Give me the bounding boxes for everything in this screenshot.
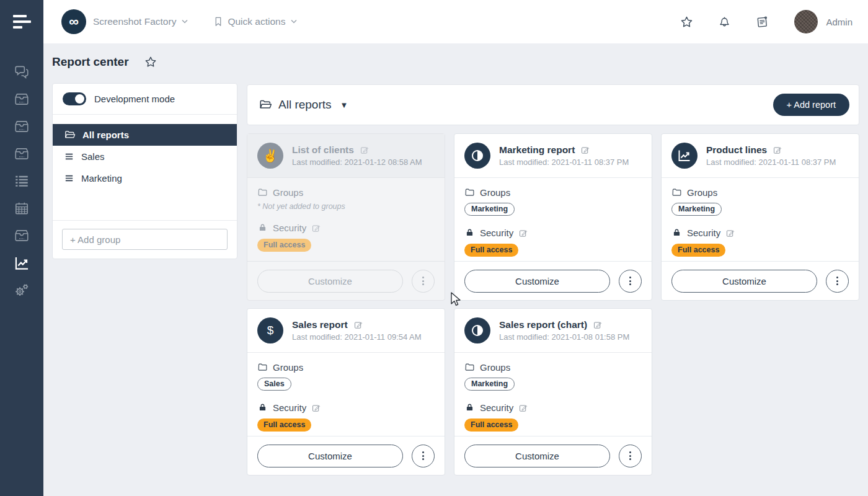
card-footer: Customize xyxy=(247,436,445,475)
list-icon xyxy=(14,173,30,189)
folder-icon xyxy=(257,362,268,373)
edit-title-button[interactable] xyxy=(580,145,590,155)
edit-title-button[interactable] xyxy=(773,145,782,155)
group-item-marketing[interactable]: Marketing xyxy=(53,167,237,189)
sidebar-item-inbox-1[interactable] xyxy=(0,86,43,113)
report-card: Sales report (chart) Last modified: 2021… xyxy=(454,308,652,476)
folder-icon xyxy=(257,187,268,198)
groups-row: Groups xyxy=(464,187,642,198)
card-menu-button[interactable] xyxy=(619,445,642,467)
card-menu-button[interactable] xyxy=(619,270,642,293)
notifications-button[interactable] xyxy=(717,15,732,29)
menu-toggle-button[interactable] xyxy=(0,0,43,43)
edit-security-button[interactable] xyxy=(518,403,528,413)
card-header: $ Sales report Last modified: 2021-01-11… xyxy=(247,309,445,353)
edit-title-button[interactable] xyxy=(353,320,363,330)
card-footer: Customize xyxy=(662,261,859,300)
kebab-icon xyxy=(422,451,424,453)
group-item-sales[interactable]: Sales xyxy=(53,146,237,167)
folder-open-icon xyxy=(64,129,76,141)
inbox-icon xyxy=(14,146,30,162)
group-item-all-reports[interactable]: All reports xyxy=(53,124,237,146)
edit-security-button[interactable] xyxy=(518,228,528,238)
last-modified: Last modified: 2021-01-12 08:58 AM xyxy=(292,157,422,167)
topbar-actions: Admin xyxy=(680,10,852,33)
report-title: Product lines xyxy=(706,144,767,156)
card-menu-button[interactable] xyxy=(826,270,849,293)
group-badge: Sales xyxy=(257,378,291,391)
edit-icon xyxy=(773,145,782,155)
lock-icon xyxy=(257,223,268,233)
security-row: Security xyxy=(464,228,642,238)
groups-note: * Not yet added to groups xyxy=(257,202,435,211)
sidebar-item-chat[interactable] xyxy=(0,58,43,86)
groups-row: Groups xyxy=(464,362,642,373)
edit-icon xyxy=(593,320,603,330)
gears-icon xyxy=(14,282,30,299)
edit-icon xyxy=(725,228,735,238)
topbar: ∞ Screenshot Factory Quick actions Admin xyxy=(43,0,868,43)
infinity-logo-icon: ∞ xyxy=(69,15,79,29)
group-badge: Marketing xyxy=(671,203,722,216)
inbox-icon xyxy=(14,118,30,135)
page-title: Report center xyxy=(52,55,129,69)
group-nav-list: All reports Sales Marketing xyxy=(53,124,237,189)
customize-button[interactable]: Customize xyxy=(464,270,610,293)
card-body: Groups Sales Security Full access xyxy=(247,353,445,432)
groups-label: Groups xyxy=(687,187,717,198)
quick-actions-label: Quick actions xyxy=(228,16,285,27)
sidebar-nav xyxy=(0,58,43,304)
sidebar-item-inbox-2[interactable] xyxy=(0,113,43,140)
add-group-section xyxy=(53,220,237,259)
access-badge: Full access xyxy=(671,244,725,257)
edit-security-button[interactable] xyxy=(725,228,735,238)
lock-icon xyxy=(464,402,475,413)
edit-title-button[interactable] xyxy=(360,145,370,155)
sidebar-item-analytics[interactable] xyxy=(0,249,43,277)
report-title: List of clients xyxy=(292,144,354,156)
customize-button[interactable]: Customize xyxy=(671,270,817,293)
user-role-label: Admin xyxy=(826,17,852,27)
groups-row: Groups xyxy=(671,187,849,198)
card-menu-button[interactable] xyxy=(412,270,435,293)
caret-down-icon: ▼ xyxy=(340,100,348,110)
customize-button[interactable]: Customize xyxy=(257,445,403,467)
user-avatar[interactable] xyxy=(794,10,818,33)
card-menu-button[interactable] xyxy=(412,445,435,467)
kebab-icon xyxy=(629,277,631,278)
bell-icon xyxy=(717,15,732,29)
card-body: Groups Marketing Security Full access xyxy=(662,178,859,257)
group-item-label: Marketing xyxy=(81,173,122,184)
release-notes-button[interactable] xyxy=(755,15,769,29)
card-footer: Customize xyxy=(247,261,445,300)
add-report-button[interactable]: + Add report xyxy=(773,94,849,116)
security-label: Security xyxy=(480,402,513,413)
app-logo[interactable]: ∞ xyxy=(61,9,86,34)
favorite-page-button[interactable] xyxy=(144,55,157,69)
pie-chart-icon xyxy=(464,143,490,169)
development-mode-toggle[interactable] xyxy=(63,92,86,105)
add-group-input[interactable] xyxy=(62,229,228,250)
group-item-label: Sales xyxy=(81,151,105,162)
last-modified: Last modified: 2021-01-11 09:54 AM xyxy=(292,332,422,342)
sidebar-item-inbox-4[interactable] xyxy=(0,222,43,249)
access-badge: Full access xyxy=(257,239,311,252)
edit-title-button[interactable] xyxy=(593,320,603,330)
sidebar-item-inbox-3[interactable] xyxy=(0,140,43,167)
sidebar-item-settings[interactable] xyxy=(0,277,43,304)
edit-security-button[interactable] xyxy=(311,403,321,413)
app-name-menu[interactable]: Screenshot Factory xyxy=(93,16,176,27)
quick-actions-menu[interactable]: Quick actions xyxy=(212,16,298,28)
groups-panel: Development mode All reports Sales Marke… xyxy=(52,83,237,259)
customize-button[interactable]: Customize xyxy=(257,270,403,293)
groups-label: Groups xyxy=(273,362,303,373)
report-title: Sales report (chart) xyxy=(499,319,587,330)
favorites-button[interactable] xyxy=(680,15,694,29)
customize-button[interactable]: Customize xyxy=(464,445,610,467)
sidebar-item-list[interactable] xyxy=(0,167,43,195)
last-modified: Last modified: 2021-01-11 08:37 PM xyxy=(706,157,836,167)
group-badge: Marketing xyxy=(464,203,515,216)
group-filter-dropdown[interactable]: All reports ▼ xyxy=(259,98,348,112)
sidebar-item-calendar[interactable] xyxy=(0,195,43,222)
edit-security-button[interactable] xyxy=(311,223,321,233)
